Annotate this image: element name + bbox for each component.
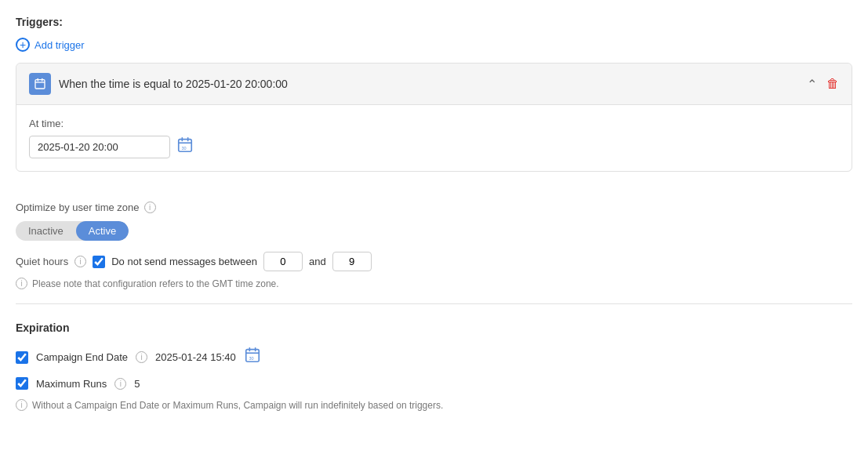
triggers-section: Triggers: + Add trigger When the (16, 16, 852, 289)
trigger-header-right: ⌃ 🗑 (807, 77, 839, 92)
do-not-send-label: Do not send messages between (111, 256, 257, 267)
indefinite-info-icon: i (16, 399, 27, 411)
trigger-body: At time: 30 (16, 105, 852, 171)
plus-icon: + (16, 38, 30, 52)
gmt-note-row: i Please note that configuration refers … (16, 278, 852, 289)
add-trigger-label: Add trigger (35, 39, 85, 51)
section-divider (16, 303, 852, 304)
optimize-info-icon[interactable]: i (144, 202, 156, 213)
add-trigger-button[interactable]: + Add trigger (16, 38, 85, 52)
campaign-end-date-value: 2025-01-24 15:40 (155, 351, 236, 363)
calendar-icon (29, 73, 51, 95)
trigger-header: When the time is equal to 2025-01-20 20:… (16, 64, 852, 105)
indefinite-note-text: Without a Campaign End Date or Maximum R… (32, 400, 443, 411)
maximum-runs-info-icon[interactable]: i (114, 378, 126, 390)
svg-text:30: 30 (181, 146, 186, 151)
trigger-header-left: When the time is equal to 2025-01-20 20:… (29, 73, 288, 95)
and-label: and (309, 256, 326, 267)
maximum-runs-checkbox[interactable] (16, 377, 28, 390)
quiet-hours-checkbox[interactable] (93, 256, 105, 268)
quiet-hours-to-input[interactable] (332, 252, 372, 271)
quiet-hours-row: Quiet hours i Do not send messages betwe… (16, 252, 852, 271)
expiration-title: Expiration (16, 321, 852, 334)
campaign-end-date-calendar-icon[interactable]: 30 (244, 347, 261, 368)
maximum-runs-value: 5 (134, 378, 140, 390)
at-time-label: At time: (29, 118, 839, 129)
quiet-hours-label: Quiet hours (16, 256, 68, 267)
maximum-runs-row: Maximum Runs i 5 (16, 377, 852, 390)
optimize-label-row: Optimize by user time zone i (16, 202, 852, 213)
indefinite-note-row: i Without a Campaign End Date or Maximum… (16, 399, 852, 411)
gmt-note-text: Please note that configuration refers to… (32, 278, 279, 289)
collapse-icon[interactable]: ⌃ (807, 77, 817, 92)
quiet-hours-info-icon[interactable]: i (74, 256, 86, 267)
inactive-toggle[interactable]: Inactive (16, 221, 76, 241)
triggers-title: Triggers: (16, 16, 852, 28)
optimize-label: Optimize by user time zone (16, 202, 140, 213)
maximum-runs-label: Maximum Runs (36, 378, 107, 390)
trigger-title: When the time is equal to 2025-01-20 20:… (59, 78, 288, 90)
campaign-end-date-label: Campaign End Date (36, 351, 128, 363)
datetime-input[interactable] (29, 136, 170, 158)
optimize-section: Optimize by user time zone i Inactive Ac… (16, 187, 852, 289)
svg-text:30: 30 (249, 356, 253, 361)
campaign-end-date-row: Campaign End Date i 2025-01-24 15:40 30 (16, 347, 852, 368)
expiration-section: Expiration Campaign End Date i 2025-01-2… (16, 318, 852, 411)
active-toggle[interactable]: Active (76, 221, 129, 241)
trigger-block: When the time is equal to 2025-01-20 20:… (16, 63, 852, 172)
campaign-end-date-checkbox[interactable] (16, 351, 28, 364)
gmt-info-icon: i (16, 278, 27, 289)
campaign-end-date-info-icon[interactable]: i (136, 351, 147, 363)
quiet-hours-from-input[interactable] (263, 252, 303, 271)
toggle-group: Inactive Active (16, 221, 129, 241)
delete-trigger-icon[interactable]: 🗑 (826, 77, 839, 91)
svg-rect-0 (35, 80, 45, 89)
datetime-input-row: 30 (29, 136, 839, 158)
calendar-picker-icon[interactable]: 30 (176, 136, 194, 158)
